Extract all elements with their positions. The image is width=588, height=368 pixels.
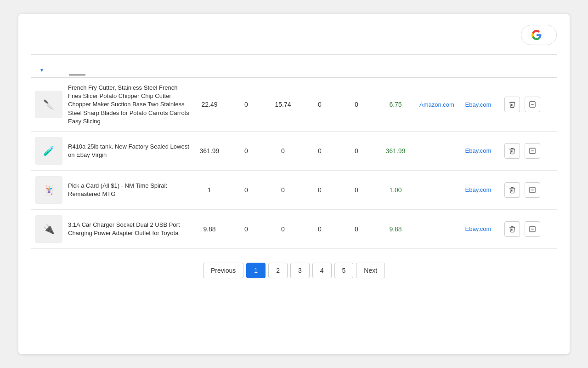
cell-col4: 0 xyxy=(338,186,375,194)
cell-price-original: 1 xyxy=(191,186,228,194)
product-title: Pick a Card (All $1) - NM Time Spiral: R… xyxy=(68,182,191,198)
cell-actions xyxy=(499,182,540,198)
main-card: ▼ 🔪 French Fry Cutter, Stainless Steel F… xyxy=(18,14,570,354)
minus-icon xyxy=(529,147,536,155)
table-row: 🔪 French Fry Cutter, Stainless Steel Fre… xyxy=(31,78,557,131)
minus-button[interactable] xyxy=(525,221,540,237)
tabs-bar: ▼ xyxy=(31,63,557,78)
cell-col3: 0 xyxy=(301,101,338,108)
trash-icon xyxy=(509,225,516,233)
page-2-button[interactable]: 2 xyxy=(268,263,288,278)
cell-actions xyxy=(499,97,540,112)
product-image: 🔪 xyxy=(35,91,62,118)
chevron-down-icon: ▼ xyxy=(40,68,44,73)
cell-col3: 0 xyxy=(301,147,338,155)
google-icon xyxy=(531,30,542,40)
cell-best-price: 361.99 xyxy=(375,147,416,155)
google-signin-button[interactable] xyxy=(521,25,557,45)
cell-col2: 15.74 xyxy=(265,101,301,108)
tab-settings[interactable] xyxy=(102,65,119,75)
product-list: 🔪 French Fry Cutter, Stainless Steel Fre… xyxy=(31,78,557,249)
cell-col3: 0 xyxy=(301,225,338,233)
minus-icon xyxy=(529,186,536,194)
minus-button[interactable] xyxy=(525,143,540,159)
previous-button[interactable]: Previous xyxy=(203,263,243,278)
cell-best-price: 6.75 xyxy=(375,101,416,108)
cell-col4: 0 xyxy=(338,225,375,233)
delete-button[interactable] xyxy=(504,221,520,237)
cell-price-original: 361.99 xyxy=(191,147,228,155)
cell-link2[interactable]: Ebay.com xyxy=(458,225,499,232)
product-title: French Fry Cutter, Stainless Steel Frenc… xyxy=(68,84,191,126)
cell-col4: 0 xyxy=(338,147,375,155)
ebay-link[interactable]: Ebay.com xyxy=(465,186,492,193)
amazon-link[interactable]: Amazon.com xyxy=(419,101,454,108)
cell-price-original: 9.88 xyxy=(191,225,228,233)
table-row: 🃏 Pick a Card (All $1) - NM Time Spiral:… xyxy=(31,170,557,209)
ebay-link[interactable]: Ebay.com xyxy=(465,225,492,232)
product-cell: 🃏 Pick a Card (All $1) - NM Time Spiral:… xyxy=(35,176,191,204)
product-cell: 🔪 French Fry Cutter, Stainless Steel Fre… xyxy=(35,84,191,126)
trash-icon xyxy=(509,186,516,194)
page-5-button[interactable]: 5 xyxy=(334,263,354,278)
pagination: Previous12345Next xyxy=(31,263,557,278)
cell-col3: 0 xyxy=(301,186,338,194)
page-4-button[interactable]: 4 xyxy=(312,263,332,278)
cell-col2: 0 xyxy=(265,225,301,233)
cell-col1: 0 xyxy=(228,101,265,108)
cell-col1: 0 xyxy=(228,147,265,155)
ebay-link[interactable]: Ebay.com xyxy=(465,101,492,108)
product-title: 3.1A Car Charger Socket Dual 2 USB Port … xyxy=(68,221,191,237)
tab-all-goods[interactable] xyxy=(52,65,69,75)
cell-actions xyxy=(499,221,540,237)
product-image: 🧪 xyxy=(35,137,62,165)
cell-actions xyxy=(499,143,540,159)
cell-link2[interactable]: Ebay.com xyxy=(458,101,499,108)
cell-price-original: 22.49 xyxy=(191,101,228,108)
product-image: 🃏 xyxy=(35,176,62,204)
minus-button[interactable] xyxy=(525,97,540,112)
cell-col1: 0 xyxy=(228,186,265,194)
product-cell: 🔌 3.1A Car Charger Socket Dual 2 USB Por… xyxy=(35,215,191,243)
cell-link2[interactable]: Ebay.com xyxy=(458,186,499,193)
cell-link1[interactable]: Amazon.com xyxy=(416,101,458,108)
delete-button[interactable] xyxy=(504,97,520,112)
page-1-button[interactable]: 1 xyxy=(246,263,266,278)
trash-icon xyxy=(509,147,516,155)
tab-saved[interactable] xyxy=(69,65,85,75)
trash-icon xyxy=(509,101,516,108)
page-3-button[interactable]: 3 xyxy=(290,263,310,278)
product-cell: 🧪 R410a 25lb tank. New Factory Sealed Lo… xyxy=(35,137,191,165)
cell-col4: 0 xyxy=(338,101,375,108)
product-title: R410a 25lb tank. New Factory Sealed Lowe… xyxy=(68,143,191,159)
cell-best-price: 9.88 xyxy=(375,225,416,233)
ebay-link[interactable]: Ebay.com xyxy=(465,147,492,154)
tab-rejected[interactable] xyxy=(85,65,102,75)
cell-col2: 0 xyxy=(265,147,301,155)
minus-icon xyxy=(529,225,536,233)
table-row: 🧪 R410a 25lb tank. New Factory Sealed Lo… xyxy=(31,131,557,170)
header-divider xyxy=(31,54,557,55)
sort-by-dropdown[interactable]: ▼ xyxy=(31,63,51,77)
delete-button[interactable] xyxy=(504,182,520,198)
table-row: 🔌 3.1A Car Charger Socket Dual 2 USB Por… xyxy=(31,209,557,249)
cell-col2: 0 xyxy=(265,186,301,194)
cell-col1: 0 xyxy=(228,225,265,233)
next-button[interactable]: Next xyxy=(356,263,385,278)
delete-button[interactable] xyxy=(504,143,520,159)
cell-link2[interactable]: Ebay.com xyxy=(458,147,499,154)
header xyxy=(31,25,557,45)
product-image: 🔌 xyxy=(35,215,62,243)
minus-button[interactable] xyxy=(525,182,540,198)
minus-icon xyxy=(529,101,536,108)
cell-best-price: 1.00 xyxy=(375,186,416,194)
